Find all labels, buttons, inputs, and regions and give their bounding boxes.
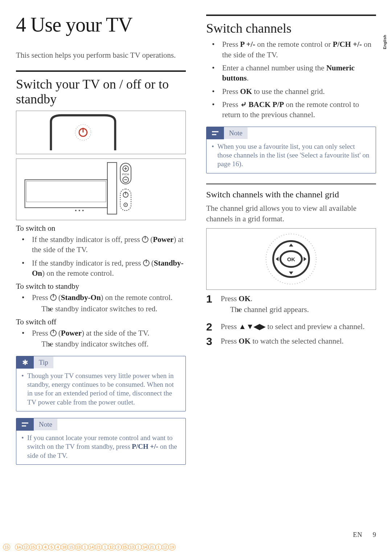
text-strong: OK [240, 87, 252, 96]
svg-marker-29 [289, 244, 293, 247]
switch-standby-list: Press (Standby-On) on the remote control… [16, 292, 186, 314]
section-switch-onoff: Switch your TV on / off or to standby [16, 70, 186, 106]
list-item: If the standby indicator is off, press (… [16, 234, 186, 255]
step-number: 1 [206, 294, 221, 304]
left-column: 4 Use your TV This section helps you per… [16, 15, 186, 470]
text-strong: ▲▼◀▶ [239, 322, 266, 331]
text: Press [221, 337, 239, 345]
text: The standby indicator switches to red. [41, 304, 158, 313]
figure-tv-side: P/CH [16, 159, 186, 220]
switch-on-head: To switch on [16, 224, 186, 233]
list-item: Enter a channel number using the Numeric… [206, 63, 376, 83]
switch-off-head: To switch off [16, 317, 186, 327]
svg-rect-4 [26, 181, 106, 202]
svg-marker-30 [289, 272, 293, 275]
bottom-marker-chain: 1514121514541815131142111231513114211121… [3, 544, 175, 550]
step-2: 2 Press ▲▼◀▶ to select and preview a cha… [206, 321, 376, 332]
power-icon [142, 236, 148, 243]
tip-icon: ✱ [16, 356, 34, 369]
text-strong: P/CH +/- [333, 40, 362, 49]
language-tab: English [383, 35, 387, 49]
result-line: The channel grid appears. [221, 304, 309, 315]
text: to watch the selected channel. [250, 337, 344, 345]
text: If the standby indicator is off, press [32, 235, 142, 244]
note-callout-left: Note If you cannot locate your remote co… [16, 418, 186, 465]
step-3: 3 Press OK to watch the selected channel… [206, 336, 376, 347]
note-body: When you use a favourite list, you can o… [212, 142, 371, 169]
text-strong: OK [239, 337, 251, 345]
result-line: The standby indicator switches to red. [32, 304, 186, 314]
footer-page: 9 [373, 531, 376, 538]
figure-remote-power [16, 111, 186, 154]
list-item: Press ⤶ BACK P/P on the remote control t… [206, 99, 376, 120]
note-icon [207, 127, 224, 139]
list-item: Press OK to use the channel grid. [206, 86, 376, 97]
text: The standby indicator switches off. [41, 340, 148, 348]
text: on the remote control or [255, 40, 332, 49]
switch-standby-head: To switch to standby [16, 282, 186, 291]
tip-body: Though your TV consumes very little powe… [21, 372, 180, 407]
text: Press [221, 322, 239, 331]
svg-rect-8 [107, 163, 117, 214]
text: . [247, 74, 249, 82]
text-strong: OK [239, 294, 251, 303]
chapter-title: 4 Use your TV [16, 15, 186, 35]
power-icon [50, 294, 57, 301]
tip-callout: ✱ Tip Though your TV consumes very littl… [16, 356, 186, 411]
step-1: 1 Press OK. The channel grid appears. [206, 294, 376, 318]
svg-point-7 [82, 210, 84, 211]
sub-intro: The channel grid allows you to view all … [206, 203, 376, 224]
intro-text: This section helps you perform basic TV … [16, 50, 186, 60]
text: Enter a channel number using the [222, 63, 326, 72]
list-item: Press (Power) at the side of the TV. The… [16, 328, 186, 349]
text: Press [32, 329, 50, 337]
note-label: Note [224, 127, 248, 139]
step-number: 3 [206, 336, 221, 347]
text: ) at the side of the TV. [82, 329, 149, 337]
text: to select and preview a channel. [265, 322, 364, 331]
switch-on-list: If the standby indicator is off, press (… [16, 234, 186, 278]
right-column: Switch channels Press P +/- on the remot… [206, 15, 376, 470]
text: Press [222, 40, 240, 49]
result-line: The standby indicator switches off. [32, 339, 186, 349]
svg-text:P/CH: P/CH [122, 173, 129, 176]
note-callout-right: Note When you use a favourite list, you … [206, 127, 376, 173]
section-switch-channels: Switch channels [206, 15, 376, 36]
list-item: Press (Standby-On) on the remote control… [16, 292, 186, 314]
page-footer: EN 9 [353, 531, 376, 539]
switch-off-list: Press (Power) at the side of the TV. The… [16, 328, 186, 349]
text: Press [222, 87, 240, 96]
figure-remote-dpad: OK [206, 228, 376, 290]
text: If the standby indicator is red, press [32, 259, 143, 267]
text-strong: Power [153, 235, 173, 244]
step-number: 2 [206, 321, 221, 332]
text-strong: Standby-On [61, 293, 101, 302]
svg-marker-32 [304, 257, 307, 261]
text: Press [221, 294, 239, 303]
note-icon [16, 418, 34, 431]
text: to use the channel grid. [252, 87, 325, 96]
note-body: If you cannot locate your remote control… [21, 434, 180, 460]
power-icon [50, 330, 57, 336]
svg-point-6 [79, 210, 80, 211]
text: ) on the remote control. [42, 269, 114, 278]
text: ) on the remote control. [101, 293, 173, 302]
text: . [250, 294, 252, 303]
list-item: If the standby indicator is red, press (… [16, 258, 186, 279]
svg-point-20 [125, 204, 126, 205]
switch-channels-list: Press P +/- on the remote control or P/C… [206, 39, 376, 120]
footer-lang: EN [353, 531, 363, 538]
subsection-channel-grid: Switch channels with the channel grid [206, 184, 376, 200]
note-label: Note [34, 419, 57, 430]
svg-text:OK: OK [287, 257, 295, 262]
text: Press [222, 100, 240, 109]
svg-rect-3 [25, 180, 107, 208]
text-strong: ⤶ BACK P/P [240, 100, 284, 109]
text-strong: Power [61, 329, 82, 337]
list-item: Press P +/- on the remote control or P/C… [206, 39, 376, 60]
svg-point-5 [75, 210, 77, 211]
text: The channel grid appears. [230, 305, 309, 314]
text-strong: P/CH +/- [132, 443, 158, 450]
svg-marker-31 [276, 257, 279, 261]
tip-label: Tip [34, 357, 53, 368]
